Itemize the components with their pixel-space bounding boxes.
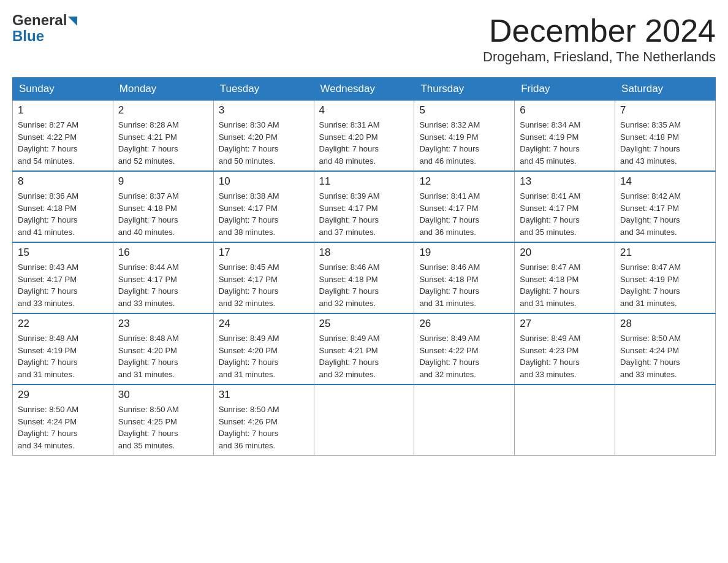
day-info: Sunrise: 8:47 AM Sunset: 4:19 PM Dayligh… <box>620 261 710 309</box>
day-number: 7 <box>620 104 710 117</box>
day-number: 28 <box>620 318 710 330</box>
calendar-cell: 25Sunrise: 8:49 AM Sunset: 4:21 PM Dayli… <box>314 313 414 385</box>
calendar-cell: 7Sunrise: 8:35 AM Sunset: 4:18 PM Daylig… <box>615 101 716 172</box>
calendar-cell: 9Sunrise: 8:37 AM Sunset: 4:18 PM Daylig… <box>113 171 213 242</box>
day-info: Sunrise: 8:49 AM Sunset: 4:23 PM Dayligh… <box>520 332 610 380</box>
day-number: 2 <box>118 104 208 117</box>
calendar-cell: 31Sunrise: 8:50 AM Sunset: 4:26 PM Dayli… <box>213 385 314 456</box>
day-number: 9 <box>118 175 208 188</box>
day-number: 10 <box>219 175 309 188</box>
day-number: 25 <box>319 318 409 330</box>
day-number: 19 <box>419 247 509 259</box>
title-block: December 2024 Drogeham, Friesland, The N… <box>483 12 716 65</box>
day-number: 24 <box>219 318 309 330</box>
col-header-monday: Monday <box>113 78 213 101</box>
calendar-cell: 29Sunrise: 8:50 AM Sunset: 4:24 PM Dayli… <box>13 385 113 456</box>
day-info: Sunrise: 8:50 AM Sunset: 4:26 PM Dayligh… <box>219 404 309 451</box>
day-number: 22 <box>18 318 108 330</box>
calendar-cell: 24Sunrise: 8:49 AM Sunset: 4:20 PM Dayli… <box>213 313 314 385</box>
calendar-cell: 4Sunrise: 8:31 AM Sunset: 4:20 PM Daylig… <box>314 101 414 172</box>
calendar-week-row: 29Sunrise: 8:50 AM Sunset: 4:24 PM Dayli… <box>13 385 716 456</box>
day-info: Sunrise: 8:42 AM Sunset: 4:17 PM Dayligh… <box>620 190 710 238</box>
day-info: Sunrise: 8:43 AM Sunset: 4:17 PM Dayligh… <box>18 261 108 309</box>
day-number: 30 <box>118 389 208 401</box>
day-info: Sunrise: 8:50 AM Sunset: 4:25 PM Dayligh… <box>118 404 208 451</box>
calendar-cell: 5Sunrise: 8:32 AM Sunset: 4:19 PM Daylig… <box>414 101 515 172</box>
calendar-cell: 27Sunrise: 8:49 AM Sunset: 4:23 PM Dayli… <box>515 313 615 385</box>
calendar-cell: 3Sunrise: 8:30 AM Sunset: 4:20 PM Daylig… <box>213 101 314 172</box>
calendar-cell: 19Sunrise: 8:46 AM Sunset: 4:18 PM Dayli… <box>414 242 515 313</box>
calendar-cell: 21Sunrise: 8:47 AM Sunset: 4:19 PM Dayli… <box>615 242 716 313</box>
day-number: 3 <box>219 104 309 117</box>
day-info: Sunrise: 8:36 AM Sunset: 4:18 PM Dayligh… <box>18 190 108 238</box>
day-info: Sunrise: 8:41 AM Sunset: 4:17 PM Dayligh… <box>419 190 509 238</box>
day-number: 31 <box>219 389 309 401</box>
day-info: Sunrise: 8:48 AM Sunset: 4:19 PM Dayligh… <box>18 332 108 380</box>
calendar-cell: 2Sunrise: 8:28 AM Sunset: 4:21 PM Daylig… <box>113 101 213 172</box>
day-number: 17 <box>219 247 309 259</box>
day-info: Sunrise: 8:28 AM Sunset: 4:21 PM Dayligh… <box>118 119 208 167</box>
calendar-cell: 12Sunrise: 8:41 AM Sunset: 4:17 PM Dayli… <box>414 171 515 242</box>
calendar-cell: 8Sunrise: 8:36 AM Sunset: 4:18 PM Daylig… <box>13 171 113 242</box>
day-number: 15 <box>18 247 108 259</box>
calendar-week-row: 8Sunrise: 8:36 AM Sunset: 4:18 PM Daylig… <box>13 171 716 242</box>
logo: General Blue <box>12 12 77 45</box>
calendar-cell: 20Sunrise: 8:47 AM Sunset: 4:18 PM Dayli… <box>515 242 615 313</box>
calendar-table: SundayMondayTuesdayWednesdayThursdayFrid… <box>12 77 716 456</box>
day-info: Sunrise: 8:46 AM Sunset: 4:18 PM Dayligh… <box>419 261 509 309</box>
day-number: 14 <box>620 175 710 188</box>
calendar-cell: 17Sunrise: 8:45 AM Sunset: 4:17 PM Dayli… <box>213 242 314 313</box>
calendar-cell: 16Sunrise: 8:44 AM Sunset: 4:17 PM Dayli… <box>113 242 213 313</box>
calendar-cell <box>314 385 414 456</box>
day-number: 12 <box>419 175 509 188</box>
day-info: Sunrise: 8:39 AM Sunset: 4:17 PM Dayligh… <box>319 190 409 238</box>
day-info: Sunrise: 8:49 AM Sunset: 4:22 PM Dayligh… <box>419 332 509 380</box>
day-info: Sunrise: 8:37 AM Sunset: 4:18 PM Dayligh… <box>118 190 208 238</box>
day-info: Sunrise: 8:49 AM Sunset: 4:21 PM Dayligh… <box>319 332 409 380</box>
day-number: 4 <box>319 104 409 117</box>
calendar-cell: 14Sunrise: 8:42 AM Sunset: 4:17 PM Dayli… <box>615 171 716 242</box>
calendar-week-row: 15Sunrise: 8:43 AM Sunset: 4:17 PM Dayli… <box>13 242 716 313</box>
calendar-cell: 26Sunrise: 8:49 AM Sunset: 4:22 PM Dayli… <box>414 313 515 385</box>
day-info: Sunrise: 8:31 AM Sunset: 4:20 PM Dayligh… <box>319 119 409 167</box>
day-info: Sunrise: 8:38 AM Sunset: 4:17 PM Dayligh… <box>219 190 309 238</box>
calendar-cell: 10Sunrise: 8:38 AM Sunset: 4:17 PM Dayli… <box>213 171 314 242</box>
location-subtitle: Drogeham, Friesland, The Netherlands <box>483 49 716 65</box>
col-header-saturday: Saturday <box>615 78 716 101</box>
day-info: Sunrise: 8:46 AM Sunset: 4:18 PM Dayligh… <box>319 261 409 309</box>
day-number: 13 <box>520 175 610 188</box>
calendar-cell: 22Sunrise: 8:48 AM Sunset: 4:19 PM Dayli… <box>13 313 113 385</box>
calendar-week-row: 1Sunrise: 8:27 AM Sunset: 4:22 PM Daylig… <box>13 101 716 172</box>
day-info: Sunrise: 8:41 AM Sunset: 4:17 PM Dayligh… <box>520 190 610 238</box>
logo-text: General Blue <box>12 12 77 45</box>
day-info: Sunrise: 8:27 AM Sunset: 4:22 PM Dayligh… <box>18 119 108 167</box>
day-number: 6 <box>520 104 610 117</box>
calendar-header-row: SundayMondayTuesdayWednesdayThursdayFrid… <box>13 78 716 101</box>
day-number: 20 <box>520 247 610 259</box>
col-header-thursday: Thursday <box>414 78 515 101</box>
day-number: 16 <box>118 247 208 259</box>
calendar-cell: 11Sunrise: 8:39 AM Sunset: 4:17 PM Dayli… <box>314 171 414 242</box>
day-info: Sunrise: 8:49 AM Sunset: 4:20 PM Dayligh… <box>219 332 309 380</box>
day-number: 21 <box>620 247 710 259</box>
day-info: Sunrise: 8:50 AM Sunset: 4:24 PM Dayligh… <box>620 332 710 380</box>
col-header-sunday: Sunday <box>13 78 113 101</box>
day-info: Sunrise: 8:47 AM Sunset: 4:18 PM Dayligh… <box>520 261 610 309</box>
day-number: 18 <box>319 247 409 259</box>
month-title: December 2024 <box>483 12 716 49</box>
day-info: Sunrise: 8:32 AM Sunset: 4:19 PM Dayligh… <box>419 119 509 167</box>
col-header-tuesday: Tuesday <box>213 78 314 101</box>
day-info: Sunrise: 8:34 AM Sunset: 4:19 PM Dayligh… <box>520 119 610 167</box>
day-info: Sunrise: 8:35 AM Sunset: 4:18 PM Dayligh… <box>620 119 710 167</box>
calendar-cell: 30Sunrise: 8:50 AM Sunset: 4:25 PM Dayli… <box>113 385 213 456</box>
day-number: 26 <box>419 318 509 330</box>
calendar-cell <box>515 385 615 456</box>
day-info: Sunrise: 8:50 AM Sunset: 4:24 PM Dayligh… <box>18 404 108 451</box>
calendar-cell: 6Sunrise: 8:34 AM Sunset: 4:19 PM Daylig… <box>515 101 615 172</box>
col-header-wednesday: Wednesday <box>314 78 414 101</box>
calendar-cell: 15Sunrise: 8:43 AM Sunset: 4:17 PM Dayli… <box>13 242 113 313</box>
day-number: 29 <box>18 389 108 401</box>
day-number: 8 <box>18 175 108 188</box>
day-number: 23 <box>118 318 208 330</box>
day-info: Sunrise: 8:44 AM Sunset: 4:17 PM Dayligh… <box>118 261 208 309</box>
